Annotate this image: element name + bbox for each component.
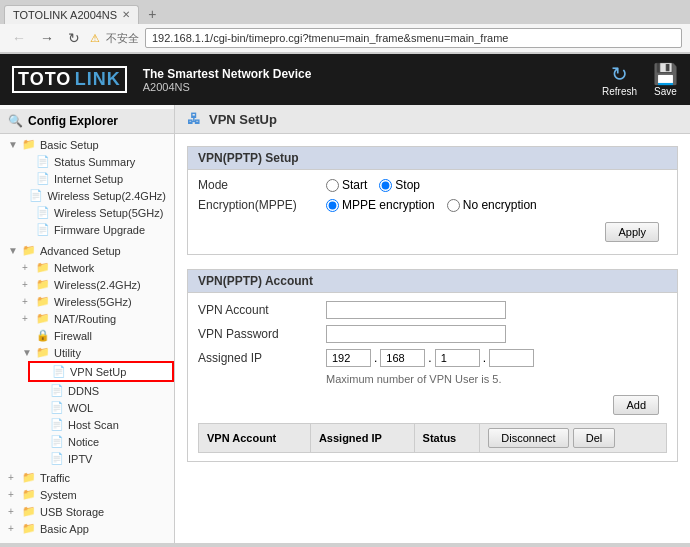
folder-icon: 📁: [36, 295, 50, 308]
folder-icon: 📁: [22, 138, 36, 151]
ip-dot-2: .: [428, 351, 431, 365]
sidebar-label: USB Storage: [40, 506, 104, 518]
app-header: TOTO LINK The Smartest Network Device A2…: [0, 54, 690, 105]
col-assigned-ip: Assigned IP: [310, 424, 414, 453]
sidebar-label: Traffic: [40, 472, 70, 484]
sidebar-label: Notice: [68, 436, 99, 448]
mode-label: Mode: [198, 178, 318, 192]
vpn-password-input[interactable]: [326, 325, 506, 343]
sidebar-item-iptv[interactable]: 📄 IPTV: [28, 450, 174, 467]
sidebar-item-nat[interactable]: + 📁 NAT/Routing: [14, 310, 174, 327]
mode-stop-radio[interactable]: [379, 179, 392, 192]
encryption-mppe-radio[interactable]: [326, 199, 339, 212]
page-icon: 📄: [50, 452, 64, 465]
expand-icon: +: [8, 489, 18, 500]
new-tab-button[interactable]: +: [143, 4, 161, 24]
ip-octet-3[interactable]: [435, 349, 480, 367]
sidebar-label: Firewall: [54, 330, 92, 342]
refresh-label: Refresh: [602, 86, 637, 97]
save-button[interactable]: 💾 Save: [653, 62, 678, 97]
folder-icon: 📁: [36, 261, 50, 274]
apply-button[interactable]: Apply: [605, 222, 659, 242]
page-icon: 📄: [36, 172, 50, 185]
ip-dot-3: .: [483, 351, 486, 365]
assigned-ip-label: Assigned IP: [198, 351, 318, 365]
ip-octet-4[interactable]: [489, 349, 534, 367]
url-bar[interactable]: [145, 28, 682, 48]
add-button[interactable]: Add: [613, 395, 659, 415]
sidebar-item-vpn-setup[interactable]: 📄 VPN SetUp: [28, 361, 174, 382]
page-icon: 📄: [50, 418, 64, 431]
sidebar-item-wol[interactable]: 📄 WOL: [28, 399, 174, 416]
sidebar-item-wireless-5[interactable]: 📄 Wireless Setup(5GHz): [14, 204, 174, 221]
save-icon: 💾: [653, 62, 678, 86]
sidebar-item-internet-setup[interactable]: 📄 Internet Setup: [14, 170, 174, 187]
ip-octet-2[interactable]: [380, 349, 425, 367]
sidebar-item-advanced-setup[interactable]: ▼ 📁 Advanced Setup: [0, 242, 174, 259]
security-icon: ⚠: [90, 32, 100, 45]
reload-button[interactable]: ↻: [64, 28, 84, 48]
sidebar-label: VPN SetUp: [70, 366, 126, 378]
forward-button[interactable]: →: [36, 28, 58, 48]
mode-stop-option[interactable]: Stop: [379, 178, 420, 192]
sidebar-item-host-scan[interactable]: 📄 Host Scan: [28, 416, 174, 433]
sidebar-item-utility[interactable]: ▼ 📁 Utility: [14, 344, 174, 361]
sidebar-label: Firmware Upgrade: [54, 224, 145, 236]
tab-close-button[interactable]: ✕: [122, 9, 130, 20]
sidebar-item-traffic[interactable]: + 📁 Traffic: [0, 469, 174, 486]
sidebar-item-usb[interactable]: + 📁 USB Storage: [0, 503, 174, 520]
pptp-setup-title: VPN(PPTP) Setup: [188, 147, 677, 170]
sidebar-item-basic-setup[interactable]: ▼ 📁 Basic Setup: [0, 136, 174, 153]
expand-icon: ▼: [22, 347, 32, 358]
vpn-password-row: VPN Password: [198, 325, 667, 343]
folder-icon: 📁: [22, 505, 36, 518]
sidebar-item-status-summary[interactable]: 📄 Status Summary: [14, 153, 174, 170]
encryption-mppe-option[interactable]: MPPE encryption: [326, 198, 435, 212]
sidebar-item-network[interactable]: + 📁 Network: [14, 259, 174, 276]
sidebar-item-basic-app[interactable]: + 📁 Basic App: [0, 520, 174, 537]
sidebar-item-notice[interactable]: 📄 Notice: [28, 433, 174, 450]
back-button[interactable]: ←: [8, 28, 30, 48]
page-icon: 📄: [29, 189, 43, 202]
lock-icon: 🔒: [36, 329, 50, 342]
encryption-none-option[interactable]: No encryption: [447, 198, 537, 212]
sidebar-label: Status Summary: [54, 156, 135, 168]
sidebar-item-system[interactable]: + 📁 System: [0, 486, 174, 503]
refresh-button[interactable]: ↻ Refresh: [602, 62, 637, 97]
refresh-icon: ↻: [611, 62, 628, 86]
logo-toto: TOTO: [18, 69, 71, 89]
vpn-account-table: VPN Account Assigned IP Status Disconnec…: [198, 423, 667, 453]
sidebar-item-wireless-5-adv[interactable]: + 📁 Wireless(5GHz): [14, 293, 174, 310]
ip-row: . . .: [326, 349, 534, 367]
assigned-ip-row: Assigned IP . . .: [198, 349, 667, 367]
max-note-row: Maximum number of VPN User is 5.: [198, 373, 667, 385]
content-area: 🖧 VPN SetUp VPN(PPTP) Setup Mode Start: [175, 105, 690, 543]
col-actions: Disconnect Del: [480, 424, 667, 453]
ip-octet-1[interactable]: [326, 349, 371, 367]
encryption-none-radio[interactable]: [447, 199, 460, 212]
pptp-setup-section: VPN(PPTP) Setup Mode Start: [187, 146, 678, 255]
sidebar-item-wireless-24-adv[interactable]: + 📁 Wireless(2.4GHz): [14, 276, 174, 293]
page-icon: 📄: [50, 384, 64, 397]
page-icon: 📄: [52, 365, 66, 378]
save-label: Save: [654, 86, 677, 97]
sidebar-item-firewall[interactable]: 🔒 Firewall: [14, 327, 174, 344]
del-button[interactable]: Del: [573, 428, 616, 448]
ip-dot-1: .: [374, 351, 377, 365]
mode-start-option[interactable]: Start: [326, 178, 367, 192]
encryption-none-label: No encryption: [463, 198, 537, 212]
disconnect-button[interactable]: Disconnect: [488, 428, 568, 448]
sidebar-item-firmware[interactable]: 📄 Firmware Upgrade: [14, 221, 174, 238]
tab-bar: TOTOLINK A2004NS ✕ +: [0, 0, 690, 24]
sidebar-item-ddns[interactable]: 📄 DDNS: [28, 382, 174, 399]
mode-start-label: Start: [342, 178, 367, 192]
config-icon: 🔍: [8, 114, 23, 128]
expand-icon: +: [8, 506, 18, 517]
expand-icon: +: [8, 523, 18, 534]
header-actions: ↻ Refresh 💾 Save: [602, 62, 678, 97]
vpn-account-input[interactable]: [326, 301, 506, 319]
browser-tab[interactable]: TOTOLINK A2004NS ✕: [4, 5, 139, 24]
mode-start-radio[interactable]: [326, 179, 339, 192]
content-header: 🖧 VPN SetUp: [175, 105, 690, 134]
sidebar-item-wireless-24[interactable]: 📄 Wireless Setup(2.4GHz): [14, 187, 174, 204]
